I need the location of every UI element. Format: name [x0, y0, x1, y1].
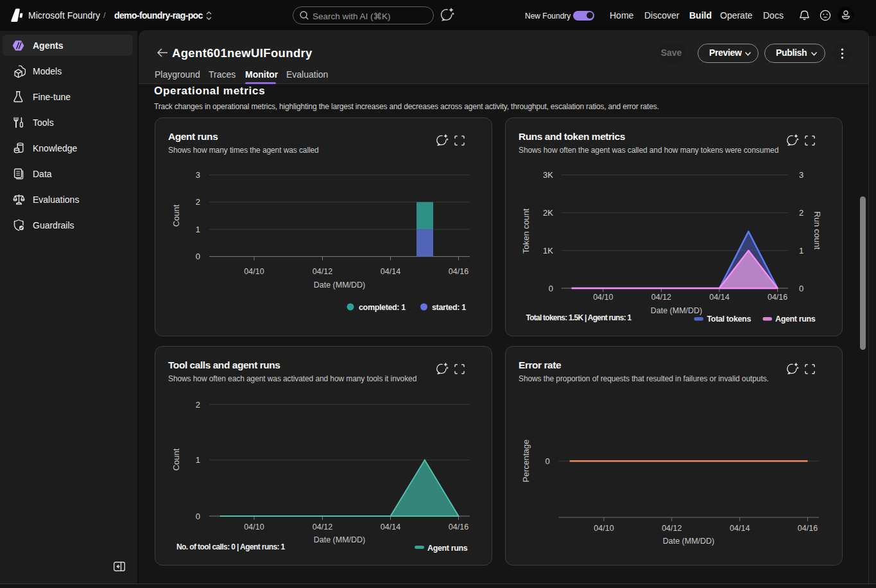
svg-text:started: 1: started: 1: [432, 303, 466, 312]
svg-text:1: 1: [799, 246, 803, 255]
svg-text:3: 3: [196, 170, 200, 180]
svg-text:0: 0: [196, 252, 200, 261]
svg-text:Date (MM/DD): Date (MM/DD): [314, 535, 366, 544]
svg-text:1: 1: [196, 225, 200, 234]
svg-text:Agent runs: Agent runs: [775, 315, 816, 324]
svg-text:04/10: 04/10: [244, 523, 264, 532]
svg-text:Count: Count: [171, 448, 181, 471]
svg-text:04/14: 04/14: [709, 293, 729, 302]
svg-text:04/14: 04/14: [730, 524, 750, 533]
svg-text:2: 2: [196, 197, 200, 207]
svg-text:Agent runs: Agent runs: [427, 544, 468, 553]
svg-text:04/14: 04/14: [381, 267, 400, 276]
svg-text:04/12: 04/12: [313, 267, 332, 276]
svg-text:1K: 1K: [543, 246, 553, 255]
svg-text:04/14: 04/14: [381, 523, 400, 532]
svg-text:Total tokens: Total tokens: [707, 315, 751, 324]
svg-text:04/16: 04/16: [449, 267, 468, 276]
svg-text:0: 0: [196, 512, 200, 521]
svg-text:04/16: 04/16: [798, 524, 818, 533]
svg-text:04/16: 04/16: [449, 523, 468, 532]
svg-text:04/16: 04/16: [768, 293, 787, 302]
svg-text:1: 1: [196, 455, 200, 465]
svg-text:3: 3: [799, 170, 803, 180]
svg-text:Token count: Token count: [521, 209, 531, 254]
svg-text:2K: 2K: [543, 208, 553, 218]
svg-text:Date (MM/DD): Date (MM/DD): [663, 537, 715, 546]
svg-text:Date (MM/DD): Date (MM/DD): [314, 281, 366, 290]
svg-text:0: 0: [545, 456, 549, 466]
svg-text:04/10: 04/10: [593, 293, 613, 302]
svg-text:2: 2: [196, 400, 200, 410]
svg-text:3K: 3K: [543, 170, 553, 180]
svg-text:Run count: Run count: [812, 211, 822, 250]
svg-text:No. of tool calls: 0 | Agent r: No. of tool calls: 0 | Agent runs: 1: [176, 542, 286, 551]
svg-text:04/10: 04/10: [244, 267, 264, 276]
svg-text:Date (MM/DD): Date (MM/DD): [651, 306, 703, 315]
svg-text:2: 2: [799, 208, 803, 218]
svg-text:04/12: 04/12: [662, 524, 682, 533]
svg-text:Percentage: Percentage: [521, 440, 531, 483]
svg-text:Count: Count: [171, 204, 181, 227]
svg-text:completed: 1: completed: 1: [359, 303, 406, 312]
svg-text:0: 0: [799, 284, 803, 293]
svg-text:04/10: 04/10: [594, 524, 614, 533]
svg-text:04/12: 04/12: [313, 523, 332, 532]
svg-text:Total tokens: 1.5K | Agent run: Total tokens: 1.5K | Agent runs: 1: [526, 313, 632, 322]
svg-text:0: 0: [549, 284, 553, 293]
svg-text:04/12: 04/12: [651, 293, 671, 302]
